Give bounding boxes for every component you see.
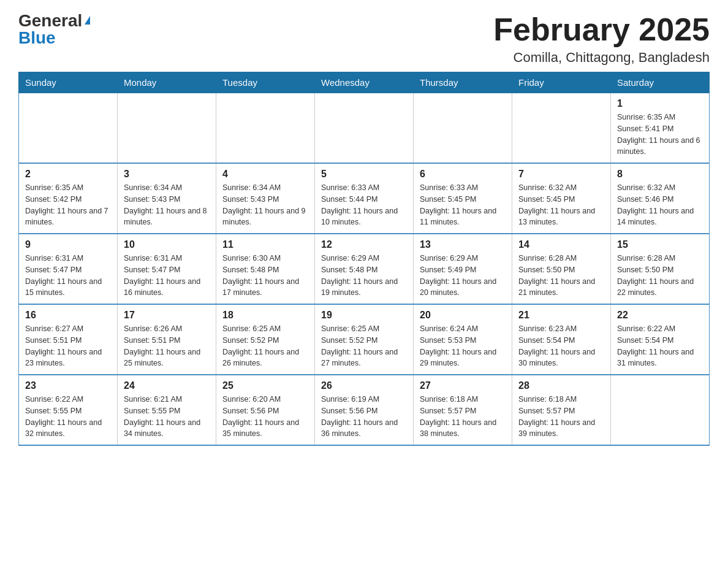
day-number: 4 (222, 169, 308, 180)
day-info: Sunrise: 6:34 AMSunset: 5:43 PMDaylight:… (222, 182, 308, 228)
calendar-cell: 4Sunrise: 6:34 AMSunset: 5:43 PMDaylight… (216, 163, 315, 234)
day-info: Sunrise: 6:21 AMSunset: 5:55 PMDaylight:… (124, 394, 210, 440)
logo-blue-text: Blue (18, 29, 56, 47)
calendar-week-row: 1Sunrise: 6:35 AMSunset: 5:41 PMDaylight… (19, 93, 710, 164)
day-number: 25 (222, 380, 308, 391)
header-wednesday: Wednesday (315, 72, 414, 93)
calendar-cell: 12Sunrise: 6:29 AMSunset: 5:48 PMDayligh… (315, 234, 414, 304)
day-info: Sunrise: 6:32 AMSunset: 5:45 PMDaylight:… (518, 182, 604, 228)
day-info: Sunrise: 6:25 AMSunset: 5:52 PMDaylight:… (321, 323, 407, 369)
day-number: 16 (25, 310, 111, 321)
calendar-cell: 23Sunrise: 6:22 AMSunset: 5:55 PMDayligh… (19, 375, 118, 445)
calendar-cell: 13Sunrise: 6:29 AMSunset: 5:49 PMDayligh… (414, 234, 512, 304)
page-title: February 2025 (493, 12, 710, 47)
logo: General Blue (18, 12, 90, 47)
header-friday: Friday (512, 72, 611, 93)
calendar-cell (512, 93, 611, 164)
day-number: 8 (617, 169, 703, 180)
day-number: 2 (25, 169, 111, 180)
day-info: Sunrise: 6:33 AMSunset: 5:44 PMDaylight:… (321, 182, 407, 228)
calendar-cell: 17Sunrise: 6:26 AMSunset: 5:51 PMDayligh… (118, 304, 216, 375)
day-info: Sunrise: 6:19 AMSunset: 5:56 PMDaylight:… (321, 394, 407, 440)
calendar-cell: 5Sunrise: 6:33 AMSunset: 5:44 PMDaylight… (315, 163, 414, 234)
day-info: Sunrise: 6:23 AMSunset: 5:54 PMDaylight:… (518, 323, 604, 369)
day-number: 12 (321, 239, 407, 250)
day-number: 19 (321, 310, 407, 321)
calendar-week-row: 2Sunrise: 6:35 AMSunset: 5:42 PMDaylight… (19, 163, 710, 234)
calendar-cell: 6Sunrise: 6:33 AMSunset: 5:45 PMDaylight… (414, 163, 512, 234)
calendar-cell: 26Sunrise: 6:19 AMSunset: 5:56 PMDayligh… (315, 375, 414, 445)
header-monday: Monday (118, 72, 216, 93)
day-info: Sunrise: 6:32 AMSunset: 5:46 PMDaylight:… (617, 182, 703, 228)
calendar-cell: 21Sunrise: 6:23 AMSunset: 5:54 PMDayligh… (512, 304, 611, 375)
calendar-cell: 15Sunrise: 6:28 AMSunset: 5:50 PMDayligh… (611, 234, 710, 304)
calendar-cell: 18Sunrise: 6:25 AMSunset: 5:52 PMDayligh… (216, 304, 315, 375)
calendar-header: Sunday Monday Tuesday Wednesday Thursday… (19, 72, 710, 93)
day-info: Sunrise: 6:34 AMSunset: 5:43 PMDaylight:… (124, 182, 210, 228)
day-number: 7 (518, 169, 604, 180)
day-number: 22 (617, 310, 703, 321)
day-info: Sunrise: 6:28 AMSunset: 5:50 PMDaylight:… (617, 253, 703, 299)
calendar-table: Sunday Monday Tuesday Wednesday Thursday… (18, 72, 710, 446)
calendar-cell: 22Sunrise: 6:22 AMSunset: 5:54 PMDayligh… (611, 304, 710, 375)
calendar-cell: 16Sunrise: 6:27 AMSunset: 5:51 PMDayligh… (19, 304, 118, 375)
day-info: Sunrise: 6:20 AMSunset: 5:56 PMDaylight:… (222, 394, 308, 440)
day-info: Sunrise: 6:24 AMSunset: 5:53 PMDaylight:… (420, 323, 506, 369)
day-info: Sunrise: 6:18 AMSunset: 5:57 PMDaylight:… (518, 394, 604, 440)
calendar-cell: 20Sunrise: 6:24 AMSunset: 5:53 PMDayligh… (414, 304, 512, 375)
header-tuesday: Tuesday (216, 72, 315, 93)
calendar-cell: 24Sunrise: 6:21 AMSunset: 5:55 PMDayligh… (118, 375, 216, 445)
day-number: 9 (25, 239, 111, 250)
day-number: 24 (124, 380, 210, 391)
title-section: February 2025 Comilla, Chittagong, Bangl… (493, 12, 710, 66)
day-info: Sunrise: 6:31 AMSunset: 5:47 PMDaylight:… (25, 253, 111, 299)
day-number: 18 (222, 310, 308, 321)
calendar-cell (315, 93, 414, 164)
calendar-cell (611, 375, 710, 445)
day-info: Sunrise: 6:25 AMSunset: 5:52 PMDaylight:… (222, 323, 308, 369)
page-header: General Blue February 2025 Comilla, Chit… (18, 12, 710, 66)
calendar-cell: 27Sunrise: 6:18 AMSunset: 5:57 PMDayligh… (414, 375, 512, 445)
calendar-cell (216, 93, 315, 164)
calendar-week-row: 9Sunrise: 6:31 AMSunset: 5:47 PMDaylight… (19, 234, 710, 304)
day-info: Sunrise: 6:27 AMSunset: 5:51 PMDaylight:… (25, 323, 111, 369)
day-number: 26 (321, 380, 407, 391)
day-number: 13 (420, 239, 506, 250)
day-headers-row: Sunday Monday Tuesday Wednesday Thursday… (19, 72, 710, 93)
day-number: 11 (222, 239, 308, 250)
calendar-cell (414, 93, 512, 164)
day-number: 23 (25, 380, 111, 391)
day-info: Sunrise: 6:31 AMSunset: 5:47 PMDaylight:… (124, 253, 210, 299)
day-number: 21 (518, 310, 604, 321)
day-number: 17 (124, 310, 210, 321)
day-number: 1 (617, 98, 703, 109)
calendar-cell: 3Sunrise: 6:34 AMSunset: 5:43 PMDaylight… (118, 163, 216, 234)
calendar-cell: 19Sunrise: 6:25 AMSunset: 5:52 PMDayligh… (315, 304, 414, 375)
day-info: Sunrise: 6:18 AMSunset: 5:57 PMDaylight:… (420, 394, 506, 440)
day-info: Sunrise: 6:26 AMSunset: 5:51 PMDaylight:… (124, 323, 210, 369)
header-sunday: Sunday (19, 72, 118, 93)
day-info: Sunrise: 6:30 AMSunset: 5:48 PMDaylight:… (222, 253, 308, 299)
day-number: 15 (617, 239, 703, 250)
calendar-cell: 11Sunrise: 6:30 AMSunset: 5:48 PMDayligh… (216, 234, 315, 304)
calendar-cell: 28Sunrise: 6:18 AMSunset: 5:57 PMDayligh… (512, 375, 611, 445)
day-info: Sunrise: 6:35 AMSunset: 5:41 PMDaylight:… (617, 112, 703, 158)
calendar-week-row: 23Sunrise: 6:22 AMSunset: 5:55 PMDayligh… (19, 375, 710, 445)
calendar-cell: 2Sunrise: 6:35 AMSunset: 5:42 PMDaylight… (19, 163, 118, 234)
calendar-cell: 14Sunrise: 6:28 AMSunset: 5:50 PMDayligh… (512, 234, 611, 304)
day-info: Sunrise: 6:22 AMSunset: 5:54 PMDaylight:… (617, 323, 703, 369)
day-number: 20 (420, 310, 506, 321)
day-info: Sunrise: 6:29 AMSunset: 5:48 PMDaylight:… (321, 253, 407, 299)
calendar-cell: 7Sunrise: 6:32 AMSunset: 5:45 PMDaylight… (512, 163, 611, 234)
day-number: 10 (124, 239, 210, 250)
day-info: Sunrise: 6:22 AMSunset: 5:55 PMDaylight:… (25, 394, 111, 440)
calendar-body: 1Sunrise: 6:35 AMSunset: 5:41 PMDaylight… (19, 93, 710, 446)
location-subtitle: Comilla, Chittagong, Bangladesh (493, 50, 710, 66)
calendar-cell: 9Sunrise: 6:31 AMSunset: 5:47 PMDaylight… (19, 234, 118, 304)
day-number: 14 (518, 239, 604, 250)
day-info: Sunrise: 6:29 AMSunset: 5:49 PMDaylight:… (420, 253, 506, 299)
logo-general-text: General (18, 12, 82, 29)
calendar-cell: 10Sunrise: 6:31 AMSunset: 5:47 PMDayligh… (118, 234, 216, 304)
day-number: 6 (420, 169, 506, 180)
calendar-cell (19, 93, 118, 164)
